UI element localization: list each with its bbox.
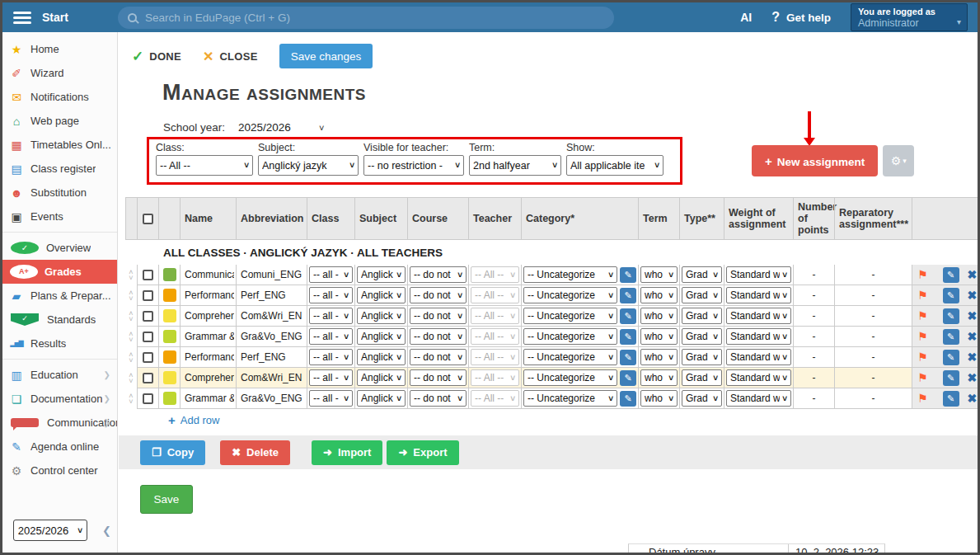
weight-select[interactable]: Standard w˅ bbox=[726, 266, 791, 283]
row-checkbox[interactable] bbox=[143, 393, 153, 404]
abbreviation-input[interactable]: Gra&Vo_ENG bbox=[238, 331, 302, 342]
subject-select[interactable]: Anglick˅ bbox=[357, 328, 406, 345]
teacher-select[interactable]: -- All --˅ bbox=[471, 266, 519, 283]
sidebar-item-standards[interactable]: ✓Standards bbox=[2, 308, 117, 332]
reorder-handle[interactable]: ˄˅ bbox=[129, 311, 133, 322]
abbreviation-input[interactable]: Com&Wri_EN bbox=[238, 372, 302, 383]
filter-term-select[interactable]: 2nd halfyear˅ bbox=[469, 155, 561, 176]
sidebar-item-agenda-online[interactable]: ✎Agenda online bbox=[2, 435, 117, 459]
type-select[interactable]: Grad˅ bbox=[682, 328, 722, 345]
term-select[interactable]: who˅ bbox=[640, 369, 678, 386]
close-button[interactable]: ✕ CLOSE bbox=[203, 49, 258, 64]
subject-select[interactable]: Anglick˅ bbox=[357, 390, 406, 407]
name-input[interactable]: Grammar & bbox=[182, 393, 234, 404]
sidebar-item-education[interactable]: ▥Education❯ bbox=[2, 363, 117, 387]
row-checkbox[interactable] bbox=[143, 311, 153, 322]
type-select[interactable]: Grad˅ bbox=[682, 349, 722, 365]
term-select[interactable]: who˅ bbox=[640, 308, 678, 324]
sidebar-item-timetables-onl[interactable]: ▦Timetables Onl... bbox=[2, 133, 117, 157]
row-delete-button[interactable]: ✖ bbox=[968, 350, 978, 364]
type-select[interactable]: Grad˅ bbox=[682, 369, 722, 386]
sidebar-item-wizard[interactable]: ✐Wizard bbox=[2, 61, 117, 85]
row-delete-button[interactable]: ✖ bbox=[968, 392, 978, 405]
class-select[interactable]: -- all -˅ bbox=[309, 287, 353, 303]
school-year-dropdown[interactable]: 2025/2026 ˅ bbox=[238, 121, 324, 134]
name-input[interactable]: Communica bbox=[182, 269, 234, 280]
type-select[interactable]: Grad˅ bbox=[682, 390, 722, 407]
get-help-button[interactable]: ? Get help bbox=[771, 10, 831, 25]
course-select[interactable]: -- do not˅ bbox=[410, 308, 467, 324]
row-checkbox[interactable] bbox=[143, 332, 153, 342]
flag-icon[interactable]: ⚑ bbox=[917, 350, 928, 364]
sidebar-item-overview[interactable]: ✓Overview bbox=[2, 236, 117, 260]
row-edit-button[interactable]: ✎ bbox=[943, 350, 959, 365]
export-button[interactable]: ➜Export bbox=[387, 440, 458, 465]
reorder-handle[interactable]: ˄˅ bbox=[129, 373, 133, 384]
hamburger-menu-icon[interactable] bbox=[13, 12, 31, 24]
color-swatch[interactable] bbox=[163, 392, 176, 405]
term-select[interactable]: who˅ bbox=[640, 328, 678, 345]
row-delete-button[interactable]: ✖ bbox=[968, 268, 978, 281]
category-select[interactable]: -- Uncategorize˅ bbox=[523, 287, 617, 303]
row-checkbox[interactable] bbox=[143, 373, 153, 383]
sidebar-item-results[interactable]: ▂▅▇Results bbox=[2, 332, 117, 355]
select-all-checkbox[interactable] bbox=[143, 214, 153, 224]
add-row-button[interactable]: + Add row bbox=[168, 413, 219, 427]
row-edit-button[interactable]: ✎ bbox=[943, 391, 959, 407]
tools-dropdown-button[interactable]: ⚙ ▾ bbox=[883, 145, 914, 176]
name-input[interactable]: Performanc bbox=[182, 289, 234, 301]
term-select[interactable]: who˅ bbox=[640, 390, 678, 407]
subject-select[interactable]: Anglick˅ bbox=[357, 266, 406, 283]
category-edit-button[interactable]: ✎ bbox=[620, 329, 636, 345]
course-select[interactable]: -- do not˅ bbox=[410, 287, 467, 303]
row-delete-button[interactable]: ✖ bbox=[968, 309, 978, 322]
flag-icon[interactable]: ⚑ bbox=[917, 371, 928, 384]
copy-button[interactable]: ❐Copy bbox=[140, 440, 205, 465]
sidebar-item-web-page[interactable]: ⌂Web page bbox=[2, 109, 117, 133]
row-checkbox[interactable] bbox=[143, 290, 153, 301]
flag-icon[interactable]: ⚑ bbox=[917, 330, 928, 343]
name-input[interactable]: Comprehen bbox=[182, 372, 234, 383]
category-select[interactable]: -- Uncategorize˅ bbox=[523, 266, 617, 283]
weight-select[interactable]: Standard w˅ bbox=[726, 328, 791, 345]
type-select[interactable]: Grad˅ bbox=[682, 287, 722, 303]
teacher-select[interactable]: -- All --˅ bbox=[471, 308, 519, 324]
import-button[interactable]: ➜Import bbox=[312, 440, 382, 465]
teacher-select[interactable]: -- All --˅ bbox=[471, 287, 519, 303]
filter-class-select[interactable]: -- All --˅ bbox=[156, 155, 253, 176]
term-select[interactable]: who˅ bbox=[640, 287, 678, 303]
class-select[interactable]: -- all -˅ bbox=[309, 369, 353, 386]
teacher-select[interactable]: -- All --˅ bbox=[471, 349, 519, 365]
teacher-select[interactable]: -- All --˅ bbox=[471, 390, 519, 407]
category-edit-button[interactable]: ✎ bbox=[620, 391, 636, 407]
sidebar-item-documentation[interactable]: ❏Documentation❯ bbox=[2, 387, 117, 411]
row-edit-button[interactable]: ✎ bbox=[943, 267, 959, 283]
color-swatch[interactable] bbox=[163, 268, 176, 281]
reorder-handle[interactable]: ˄˅ bbox=[129, 393, 133, 405]
class-select[interactable]: -- all -˅ bbox=[309, 349, 353, 365]
class-select[interactable]: -- all -˅ bbox=[309, 390, 353, 407]
term-select[interactable]: who˅ bbox=[640, 349, 678, 365]
type-select[interactable]: Grad˅ bbox=[682, 308, 722, 324]
name-input[interactable]: Performanc bbox=[182, 351, 234, 363]
color-swatch[interactable] bbox=[163, 289, 176, 302]
row-edit-button[interactable]: ✎ bbox=[943, 329, 959, 345]
category-edit-button[interactable]: ✎ bbox=[620, 267, 636, 283]
weight-select[interactable]: Standard w˅ bbox=[726, 369, 791, 386]
save-button[interactable]: Save bbox=[140, 485, 193, 514]
color-swatch[interactable] bbox=[163, 309, 176, 322]
abbreviation-input[interactable]: Gra&Vo_ENG bbox=[238, 393, 302, 404]
type-select[interactable]: Grad˅ bbox=[682, 266, 722, 283]
filter-subject-select[interactable]: Anglický jazyk˅ bbox=[258, 155, 359, 176]
sidebar-item-plans-prepar[interactable]: ▰Plans & Prepar... bbox=[2, 284, 117, 308]
weight-select[interactable]: Standard w˅ bbox=[726, 308, 791, 324]
abbreviation-input[interactable]: Perf_ENG bbox=[238, 351, 286, 363]
user-menu[interactable]: You are logged as Administrator ▾ bbox=[851, 3, 968, 31]
start-label[interactable]: Start bbox=[42, 11, 68, 24]
weight-select[interactable]: Standard w˅ bbox=[726, 287, 791, 303]
new-assignment-button[interactable]: +New assignment bbox=[752, 145, 878, 176]
category-edit-button[interactable]: ✎ bbox=[620, 288, 636, 303]
class-select[interactable]: -- all -˅ bbox=[309, 266, 353, 283]
filter-show-select[interactable]: All applicable ite˅ bbox=[566, 155, 663, 176]
course-select[interactable]: -- do not˅ bbox=[410, 349, 467, 365]
